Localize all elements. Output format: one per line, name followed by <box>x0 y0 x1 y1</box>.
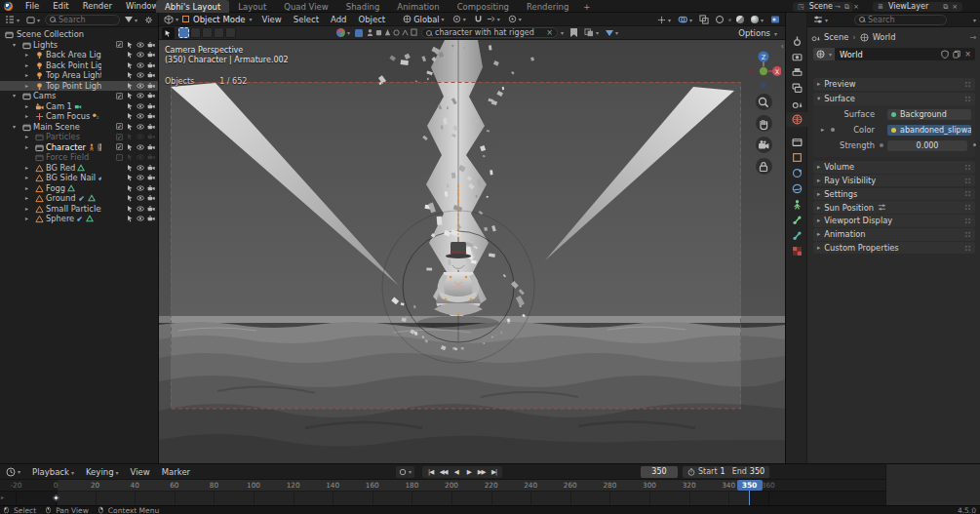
character-model[interactable] <box>417 242 499 330</box>
properties-tab-collection[interactable] <box>786 135 807 149</box>
disable-render-icon[interactable] <box>147 153 155 161</box>
timeline-menu-view[interactable]: View <box>125 467 156 477</box>
breadcrumb-world[interactable]: World <box>873 32 896 42</box>
disable-render-icon[interactable] <box>147 215 155 222</box>
exclude-checkbox[interactable]: ✓ <box>116 41 123 48</box>
asset-filter-icon-4[interactable] <box>393 28 400 37</box>
disable-render-icon[interactable] <box>147 164 155 172</box>
play-button[interactable]: ▶ <box>462 468 475 476</box>
expand-icon[interactable]: ▸ <box>25 214 28 224</box>
strength-field[interactable]: 0.000 <box>887 140 967 151</box>
world-name-field[interactable]: World <box>835 48 937 60</box>
hide-viewport-icon[interactable] <box>137 153 144 161</box>
viewlayer-selector[interactable]: ≣ ViewLayer ⧉ × <box>873 2 962 13</box>
expand-icon[interactable]: ▸ <box>25 163 28 174</box>
selectable-icon[interactable] <box>126 102 134 110</box>
panel-grip-icon[interactable] <box>964 96 971 102</box>
asset-filter-icon-3[interactable] <box>384 28 391 37</box>
unlink-icon[interactable]: × <box>964 50 971 59</box>
selectable-icon[interactable] <box>126 71 134 79</box>
outliner-row-ground[interactable]: ▸Ground <box>0 193 158 204</box>
current-frame-field[interactable]: 350 <box>641 466 678 478</box>
properties-tab-texture[interactable] <box>786 244 807 258</box>
expand-icon[interactable]: ▾ <box>13 40 16 51</box>
disable-render-icon[interactable] <box>147 174 155 181</box>
properties-search-input[interactable] <box>868 16 942 24</box>
outliner-row-lights[interactable]: ▾Lights✓ <box>0 40 158 51</box>
expand-icon[interactable]: ▸ <box>25 50 28 60</box>
scene-selector[interactable]: ◳ Scene ⊸ ⧉ × <box>793 2 853 13</box>
panel-animation[interactable]: ▸Animation <box>813 228 975 241</box>
panel-grip-icon[interactable] <box>964 178 971 184</box>
orientation-dropdown[interactable]: Global <box>413 15 439 24</box>
outliner-row-small-particles-emitte[interactable]: ▸Small Particles Emitte <box>0 204 158 215</box>
properties-tab-physics[interactable] <box>786 181 807 196</box>
asset-filter-icon-2[interactable] <box>375 28 382 37</box>
outliner-row-bg-side-nail[interactable]: ▸BG Side Nail <box>0 173 158 183</box>
expand-icon[interactable]: ▸ <box>821 126 824 134</box>
viewport-3d[interactable]: ▾ Object Mode ▾ ViewSelectAddObject Glob… <box>159 13 785 463</box>
panel-sun-position[interactable]: ▸Sun Position <box>813 201 975 214</box>
timeline-menu-playback[interactable]: Playback▾ <box>26 467 80 477</box>
zoom-icon[interactable] <box>756 94 772 110</box>
toggle-xray-icon[interactable] <box>697 14 711 25</box>
selectable-icon[interactable] <box>126 215 134 222</box>
outliner-display-mode-icon[interactable]: ▾ <box>24 14 42 25</box>
options-dropdown[interactable]: Options▾ <box>734 26 781 40</box>
selectable-icon[interactable] <box>126 184 134 192</box>
outliner-row-main-scene[interactable]: ▾Main Scene✓ <box>0 122 158 133</box>
outliner-row-cam-focus[interactable]: ▸Cam Focus2 <box>0 111 158 122</box>
disable-render-icon[interactable] <box>147 143 155 151</box>
asset-toggle-icon[interactable] <box>352 27 366 39</box>
hide-viewport-icon[interactable] <box>137 174 144 181</box>
selectable-icon[interactable] <box>126 143 134 151</box>
hide-viewport-icon[interactable] <box>137 71 144 79</box>
fake-user-shield-icon[interactable] <box>941 50 949 59</box>
select-mode-intersect-button[interactable] <box>225 27 236 38</box>
outliner-search-input[interactable] <box>59 16 115 24</box>
panel-grip-icon[interactable] <box>964 245 971 252</box>
selectable-icon[interactable] <box>126 41 134 49</box>
hide-viewport-icon[interactable] <box>137 123 144 131</box>
hide-viewport-icon[interactable] <box>137 164 144 172</box>
exclude-checkbox[interactable]: ✓ <box>116 93 123 99</box>
workspace-tab-shading[interactable]: Shading <box>337 0 389 13</box>
asset-preview-ball-icon[interactable]: ▾ <box>334 27 352 39</box>
proportional-editing-icon[interactable]: ▾ <box>506 14 524 25</box>
selectable-icon[interactable] <box>126 194 134 202</box>
outliner-row-particles[interactable]: ▸Particles✓ <box>0 132 158 142</box>
outliner-row-sphere[interactable]: ▸Sphere <box>0 214 158 224</box>
show-gizmo-icon[interactable]: ▾ <box>655 14 673 25</box>
expand-icon[interactable]: ▸ <box>25 101 28 112</box>
compositor-icon[interactable] <box>768 14 782 25</box>
expand-icon[interactable]: ▸ <box>25 142 28 153</box>
expand-icon[interactable]: ▸ <box>25 111 28 122</box>
asset-filter-icon-1[interactable] <box>367 28 373 37</box>
outliner-row-back-area-light[interactable]: ▸Back Area Light <box>0 50 158 60</box>
navigation-gizmo[interactable]: Z X <box>746 48 781 89</box>
expand-icon[interactable]: ▸ <box>25 204 28 215</box>
hide-viewport-icon[interactable] <box>137 133 144 140</box>
viewport-menu-object[interactable]: Object <box>352 15 391 24</box>
exclude-checkbox[interactable]: ✓ <box>116 134 123 140</box>
clear-search-icon[interactable]: × <box>546 28 553 37</box>
hide-viewport-icon[interactable] <box>137 41 144 49</box>
hide-viewport-icon[interactable] <box>137 61 144 69</box>
outliner-row-scene-collection[interactable]: Scene Collection <box>0 29 158 40</box>
hide-viewport-icon[interactable] <box>137 51 144 59</box>
blender-logo-icon[interactable] <box>4 2 13 11</box>
unlink-scene-icon[interactable]: × <box>851 3 861 11</box>
panel-grip-icon[interactable] <box>964 217 971 224</box>
show-overlays-icon[interactable]: ▾ <box>676 14 694 25</box>
snap-settings-icon[interactable]: ▾ <box>485 14 502 25</box>
color-value-button[interactable]: abandoned_slipway_4k.exr <box>887 125 971 136</box>
expand-icon[interactable]: ▸ <box>25 173 28 183</box>
viewport-search[interactable]: × <box>421 27 558 38</box>
disable-render-icon[interactable] <box>147 92 155 99</box>
disable-render-icon[interactable] <box>147 205 155 213</box>
exclude-checkbox[interactable]: ✓ <box>116 143 123 150</box>
disable-render-icon[interactable] <box>147 82 155 90</box>
menu-edit[interactable]: Edit <box>46 1 75 11</box>
outliner-row-bg-red[interactable]: ▸BG Red <box>0 163 158 174</box>
snap-magnet-icon[interactable] <box>472 14 485 25</box>
